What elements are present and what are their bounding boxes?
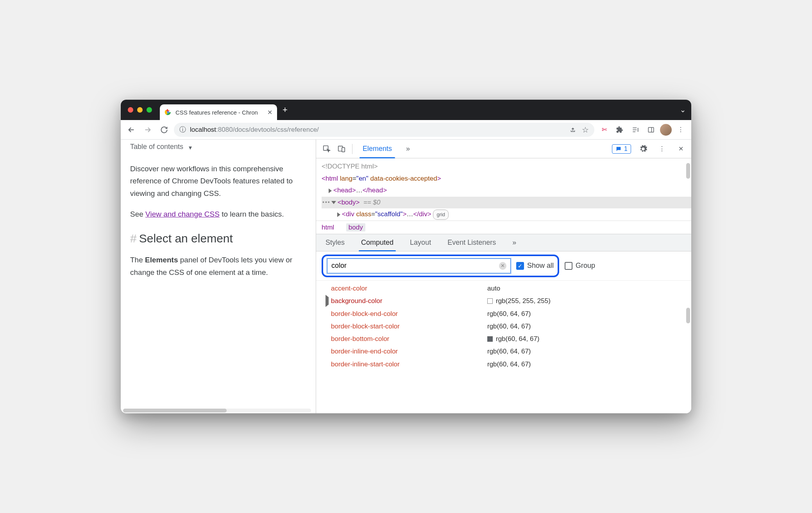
show-all-checkbox[interactable]: ✓Show all xyxy=(516,262,554,270)
intro-paragraph: Discover new workflows in this comprehen… xyxy=(130,163,306,199)
subtab-event-listeners[interactable]: Event Listeners xyxy=(440,234,503,251)
prop-row[interactable]: border-inline-end-colorrgb(60, 64, 67) xyxy=(326,345,691,358)
browser-window: CSS features reference - Chron ✕ + ⌄ ⓘ l… xyxy=(121,100,691,413)
crumb-body[interactable]: body xyxy=(346,223,365,231)
computed-filter-row: ✕ ✓Show all Group xyxy=(316,251,691,281)
kebab-menu-icon[interactable]: ⋮ xyxy=(674,123,687,136)
devtools-kebab-icon[interactable]: ⋮ xyxy=(655,142,669,156)
svg-rect-4 xyxy=(342,147,345,152)
device-toolbar-icon[interactable] xyxy=(335,142,348,156)
issues-badge[interactable]: 1 xyxy=(612,144,631,154)
clear-filter-icon[interactable]: ✕ xyxy=(499,262,506,270)
filter-input-wrapper[interactable]: ✕ xyxy=(327,258,511,273)
expand-triangle-icon[interactable] xyxy=(326,295,329,307)
devtools-scrollbar[interactable] xyxy=(686,308,690,323)
color-swatch-icon[interactable] xyxy=(487,336,493,342)
prop-row[interactable]: background-colorrgb(255, 255, 255) xyxy=(326,295,691,307)
subtab-layout[interactable]: Layout xyxy=(403,234,438,251)
view-change-css-link[interactable]: View and change CSS xyxy=(145,210,220,218)
reload-button[interactable] xyxy=(157,123,171,136)
tab-elements[interactable]: Elements xyxy=(356,140,398,158)
prop-row[interactable]: border-block-start-colorrgb(60, 64, 67) xyxy=(326,320,691,333)
subtab-computed[interactable]: Computed xyxy=(354,234,401,251)
group-checkbox[interactable]: Group xyxy=(565,262,595,270)
extensions-icon[interactable] xyxy=(613,123,626,136)
toc-toggle[interactable]: Table of contents ▾ xyxy=(130,141,306,154)
minimize-window-button[interactable] xyxy=(137,107,143,113)
svg-rect-1 xyxy=(648,127,654,132)
filter-highlight: ✕ ✓Show all xyxy=(322,255,559,277)
toc-label: Table of contents xyxy=(130,143,183,151)
dom-head[interactable]: <head>…</head> xyxy=(322,185,691,197)
subtab-styles[interactable]: Styles xyxy=(318,234,352,251)
filter-input[interactable] xyxy=(331,262,499,270)
tab-list-chevron-icon[interactable]: ⌄ xyxy=(680,106,686,114)
scissors-icon[interactable]: ✄ xyxy=(597,123,611,136)
new-tab-button[interactable]: + xyxy=(283,106,288,114)
styles-subtabs: Styles Computed Layout Event Listeners » xyxy=(316,234,691,251)
dom-tree[interactable]: <!DOCTYPE html> <html lang="en" data-coo… xyxy=(316,158,691,221)
hash-anchor-icon[interactable]: # xyxy=(130,232,137,245)
see-paragraph: See View and change CSS to learn the bas… xyxy=(130,208,306,220)
forward-button[interactable] xyxy=(141,123,154,136)
window-controls xyxy=(128,107,152,113)
prop-row[interactable]: border-bottom-colorrgb(60, 64, 67) xyxy=(326,333,691,345)
grid-badge[interactable]: grid xyxy=(433,210,449,219)
devtools-scrollbar[interactable] xyxy=(686,163,690,179)
color-swatch-icon[interactable] xyxy=(487,298,493,304)
profile-avatar[interactable] xyxy=(660,124,672,136)
devtools-toolbar: Elements » 1 ⋮ ✕ xyxy=(316,140,691,158)
devtools-panel: Elements » 1 ⋮ ✕ <!DOCTYPE html> <html l… xyxy=(316,140,691,413)
maximize-window-button[interactable] xyxy=(147,107,152,113)
horizontal-scrollbar[interactable] xyxy=(123,409,311,413)
close-window-button[interactable] xyxy=(128,107,133,113)
tab-title: CSS features reference - Chron xyxy=(175,109,263,116)
more-tabs-chevron-icon[interactable]: » xyxy=(400,140,416,158)
close-tab-icon[interactable]: ✕ xyxy=(267,109,272,116)
dom-doctype: <!DOCTYPE html> xyxy=(322,161,691,173)
bookmark-icon[interactable]: ☆ xyxy=(582,125,589,135)
breadcrumb[interactable]: html body xyxy=(316,221,691,234)
dom-div-scaffold[interactable]: <div class="scaffold">…</div> grid xyxy=(322,208,691,221)
settings-gear-icon[interactable] xyxy=(637,142,650,156)
crumb-html[interactable]: html xyxy=(322,224,334,231)
browser-toolbar: ⓘ localhost:8080/docs/devtools/css/refer… xyxy=(121,120,691,140)
chrome-favicon-icon xyxy=(165,109,172,116)
prop-row[interactable]: border-inline-start-colorrgb(60, 64, 67) xyxy=(326,358,691,371)
content-area: Table of contents ▾ Discover new workflo… xyxy=(121,140,691,413)
devtools-close-icon[interactable]: ✕ xyxy=(674,142,687,156)
computed-properties: accent-colorauto background-colorrgb(255… xyxy=(316,281,691,371)
prop-row[interactable]: border-block-end-colorrgb(60, 64, 67) xyxy=(326,308,691,320)
chevron-down-icon: ▾ xyxy=(189,144,192,151)
browser-tab[interactable]: CSS features reference - Chron ✕ xyxy=(160,104,277,120)
body-paragraph: The Elements panel of DevTools lets you … xyxy=(130,254,306,278)
reading-list-icon[interactable] xyxy=(629,123,642,136)
tab-strip: CSS features reference - Chron ✕ + ⌄ xyxy=(121,100,691,120)
more-subtabs-chevron-icon[interactable]: » xyxy=(505,234,523,251)
url-text: localhost:8080/docs/devtools/css/referen… xyxy=(190,126,319,134)
dom-html[interactable]: <html lang="en" data-cookies-accepted> xyxy=(322,173,691,185)
site-info-icon[interactable]: ⓘ xyxy=(179,125,186,134)
prop-row[interactable]: accent-colorauto xyxy=(326,282,691,295)
dom-more-actions-icon[interactable]: ••• xyxy=(322,197,331,207)
back-button[interactable] xyxy=(125,123,138,136)
inspect-element-icon[interactable] xyxy=(320,142,333,156)
address-bar[interactable]: ⓘ localhost:8080/docs/devtools/css/refer… xyxy=(174,123,594,137)
section-heading: #Select an element xyxy=(130,232,306,245)
share-icon[interactable] xyxy=(569,126,576,133)
dom-body-selected[interactable]: ••• <body> == $0 xyxy=(322,197,691,209)
side-panel-icon[interactable] xyxy=(644,123,658,136)
page-content: Table of contents ▾ Discover new workflo… xyxy=(121,140,316,413)
